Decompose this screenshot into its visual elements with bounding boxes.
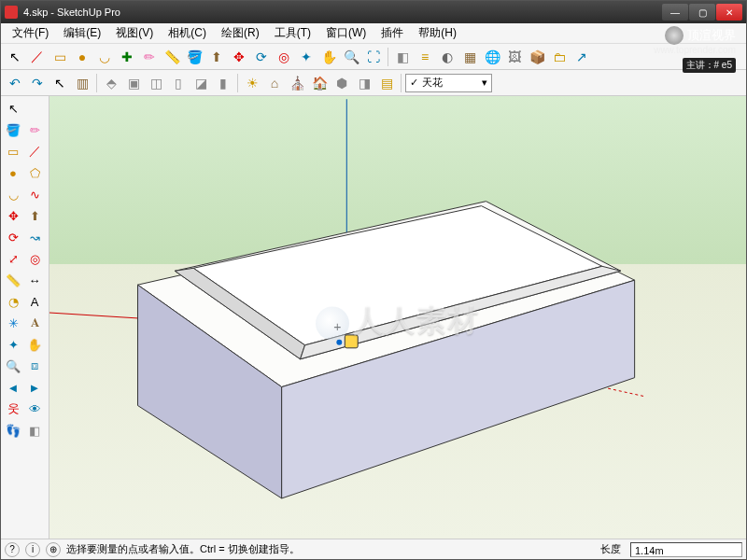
rotate-icon[interactable]: ⟳ [3,227,23,247]
style1-icon[interactable]: ⌂ [264,73,285,93]
pushpull-icon[interactable]: ⬆ [206,47,227,67]
protractor-icon[interactable]: ◔ [3,291,23,312]
axes-icon[interactable]: ✳ [3,313,23,333]
layer-input[interactable] [422,77,478,89]
front-icon[interactable]: ◫ [146,73,166,93]
rect-icon[interactable]: ▭ [49,47,70,67]
tape-icon[interactable]: 📏 [3,270,23,290]
section-icon[interactable]: ◧ [24,420,45,441]
minimize-button[interactable]: — [662,4,688,21]
layers-icon[interactable]: ≡ [415,47,435,67]
style6-icon[interactable]: ▤ [376,73,397,93]
rotate-icon[interactable]: ⟳ [251,47,272,67]
pushpull-icon[interactable]: ⬆ [24,205,45,226]
pan-icon[interactable]: ✋ [24,334,45,355]
menu-item[interactable]: 插件 [374,25,411,41]
geo-button[interactable]: ⊕ [46,542,61,557]
menubar: 文件(F)编辑(E)视图(V)相机(C)绘图(R)工具(T)窗口(W)插件帮助(… [1,23,746,44]
poly-icon[interactable]: ⬠ [24,162,45,183]
box-icon[interactable]: 📦 [527,47,547,67]
look-icon[interactable]: 👁 [24,399,45,419]
redo-icon[interactable]: ↷ [27,73,48,93]
export-icon[interactable]: ↗ [571,47,592,67]
next-icon[interactable]: ► [24,377,45,398]
menu-item[interactable]: 工具(T) [267,25,318,41]
left-icon[interactable]: ▮ [213,73,233,93]
style3-icon[interactable]: 🏠 [309,73,330,93]
menu-item[interactable]: 文件(F) [5,25,56,41]
text-icon[interactable]: A [24,291,45,312]
rect-icon[interactable]: ▭ [3,141,23,161]
box2-icon[interactable]: 🗀 [549,47,570,67]
statusbar: ? i ⊕ 选择要测量的点或者输入值。Ctrl = 切换创建指导。 长度 1.1… [1,539,746,559]
circle-icon[interactable]: ● [72,47,92,67]
menu-item[interactable]: 相机(C) [161,25,214,41]
back-icon[interactable]: ◪ [190,73,211,93]
menu-item[interactable]: 视图(V) [108,25,161,41]
arc-icon[interactable]: ◡ [3,184,23,204]
orbit-icon[interactable]: ✦ [3,334,23,355]
walk-icon[interactable]: 👣 [3,420,23,441]
style5-icon[interactable]: ◨ [354,73,374,93]
status-hint: 选择要测量的点或者输入值。Ctrl = 切换创建指导。 [66,542,591,556]
line-icon[interactable]: ／ [24,141,45,161]
maximize-button[interactable]: ▢ [689,4,715,21]
app-icon [5,6,18,19]
move-icon[interactable]: ✥ [3,205,23,226]
style2-icon[interactable]: ⛪ [287,73,307,93]
orbit-icon[interactable]: ✦ [296,47,317,67]
menu-item[interactable]: 帮助(H) [411,25,464,41]
offset-icon[interactable]: ◎ [24,248,45,269]
menu-item[interactable]: 窗口(W) [318,25,374,41]
3dtext-icon[interactable]: 𝐀 [24,313,45,333]
info-button[interactable]: i [25,542,40,557]
paint-icon[interactable]: 🪣 [3,119,23,140]
pan-icon[interactable]: ✋ [318,47,339,67]
zoomext-icon[interactable]: ⛶ [363,47,384,67]
select-icon[interactable]: ↖ [3,98,23,119]
photo-icon[interactable]: 🖼 [504,47,525,67]
freehand-icon[interactable]: ∿ [24,184,45,204]
right-icon[interactable]: ▯ [168,73,189,93]
shadow-icon[interactable]: ◐ [437,47,458,67]
undo-icon[interactable]: ↶ [5,73,25,93]
wire-icon[interactable]: ▦ [459,47,480,67]
measure-value[interactable]: 1.14m [630,542,742,557]
scale-icon[interactable]: ⤢ [3,248,23,269]
eraser-icon[interactable]: ✏ [139,47,160,67]
close-button[interactable]: ✕ [716,4,742,21]
person-icon[interactable]: 웃 [3,399,23,419]
titlebar: 4.skp - SketchUp Pro — ▢ ✕ [1,1,746,23]
prev-icon[interactable]: ◄ [3,377,23,398]
top-icon[interactable]: ▣ [123,73,144,93]
move-icon[interactable]: ✥ [229,47,249,67]
line-icon[interactable]: ／ [27,47,48,67]
layer-selector[interactable]: ✓▾ [405,74,492,92]
eraser-icon[interactable]: ✏ [24,119,45,140]
zoom-icon[interactable]: 🔍 [3,356,23,376]
viewport[interactable]: + 人人素材 [49,96,746,539]
earth-icon[interactable]: 🌐 [482,47,502,67]
sun-icon[interactable]: ☀ [242,73,262,93]
toolbar-row-1: ↖／▭●◡✚✏📏🪣⬆✥⟳◎✦✋🔍⛶◧≡◐▦🌐🖼📦🗀↗ [1,44,746,70]
offset-icon[interactable]: ◎ [274,47,294,67]
paint-icon[interactable]: 🪣 [184,47,204,67]
menu-item[interactable]: 编辑(E) [56,25,108,41]
menu-item[interactable]: 绘图(R) [214,25,267,41]
dimension-icon[interactable]: ↔ [24,270,45,290]
views-icon[interactable]: ▥ [72,73,92,93]
zoomwin-icon[interactable]: ⧈ [24,356,45,376]
iso-icon[interactable]: ⬘ [101,73,121,93]
help-button[interactable]: ? [5,542,20,557]
style4-icon[interactable]: ⬢ [331,73,352,93]
zoom-icon[interactable]: 🔍 [341,47,361,67]
section-icon[interactable]: ◧ [392,47,413,67]
tape-icon[interactable]: 📏 [162,47,182,67]
sel2-icon[interactable]: ↖ [49,73,70,93]
circle-icon[interactable]: ● [3,162,23,183]
followme-icon[interactable]: ↝ [24,227,45,247]
arc-icon[interactable]: ◡ [94,47,115,67]
watermark-url: www.toprender.com [654,45,736,55]
component-icon[interactable]: ✚ [117,47,137,67]
select-icon[interactable]: ↖ [5,47,25,67]
